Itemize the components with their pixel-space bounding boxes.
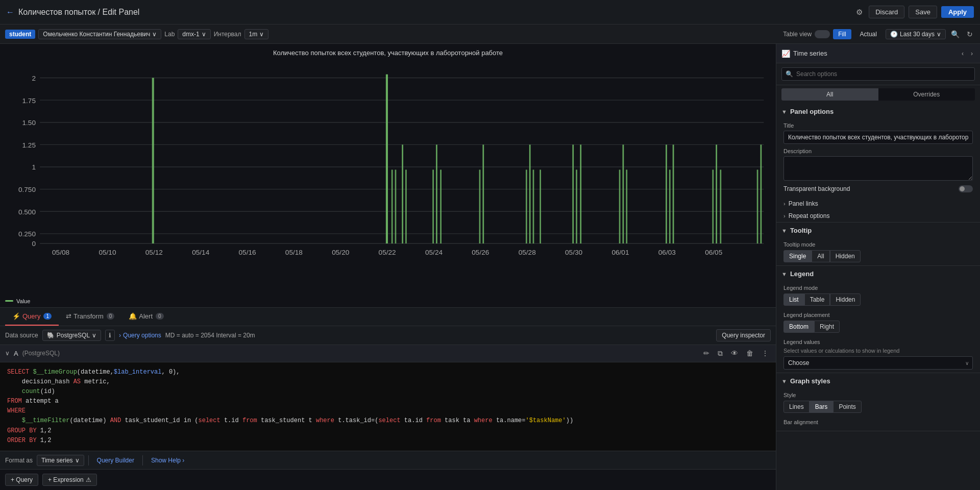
tooltip-hidden-button[interactable]: Hidden — [830, 250, 861, 262]
tooltip-header[interactable]: ▼ Tooltip — [776, 223, 980, 238]
tab-transform[interactable]: ⇄ Transform 0 — [59, 307, 121, 326]
panel-links-row[interactable]: › Panel links — [776, 198, 980, 210]
tooltip-mode-row: Tooltip mode Single All Hidden — [776, 238, 980, 265]
query-edit-button[interactable]: ✏ — [701, 348, 712, 358]
query-editor-subtitle: (PostgreSQL) — [22, 350, 60, 357]
legend-right-button[interactable]: Right — [814, 321, 840, 333]
apply-button[interactable]: Apply — [941, 6, 974, 18]
table-view-toggle[interactable]: Table view — [783, 30, 830, 38]
search-options-input[interactable] — [781, 67, 975, 81]
query-eye-button[interactable]: 👁 — [729, 348, 740, 358]
student-tag[interactable]: student — [5, 30, 35, 39]
legend-list-button[interactable]: List — [783, 293, 804, 306]
refresh-button[interactable]: ↻ — [965, 29, 975, 39]
back-button[interactable]: ← — [6, 8, 14, 17]
svg-rect-34 — [386, 75, 388, 243]
query-builder-button[interactable]: Query Builder — [93, 457, 138, 464]
interval-label: Интервал — [214, 31, 241, 38]
legend-label: Value — [16, 298, 30, 304]
add-expression-button[interactable]: + Expression ⚠ — [42, 474, 97, 486]
legend-table-button[interactable]: Table — [804, 293, 830, 306]
code-editor[interactable]: SELECT $__timeGroup(datetime,$lab_interv… — [0, 362, 776, 451]
query-menu-button[interactable]: ⋮ — [760, 348, 771, 358]
legend-placement-label: Legend placement — [783, 312, 973, 318]
svg-rect-46 — [533, 169, 534, 243]
options-tab-all[interactable]: All — [781, 88, 878, 101]
legend-title: Legend — [790, 270, 814, 278]
legend-values-select[interactable]: Choose — [783, 356, 973, 370]
graph-styles-header[interactable]: ▼ Graph styles — [776, 373, 980, 389]
query-delete-button[interactable]: 🗑 — [744, 348, 755, 358]
query-copy-button[interactable]: ⧉ — [716, 348, 725, 359]
repeat-options-label: Repeat options — [789, 212, 830, 219]
chart-title: Количество попыток всех студентов, участ… — [5, 49, 771, 57]
interval-chevron-icon: ∨ — [259, 31, 264, 38]
legend-bottom-button[interactable]: Bottom — [783, 321, 814, 333]
svg-text:05/10: 05/10 — [99, 249, 116, 256]
legend-section: ▼ Legend Legend mode List Table Hidden L… — [776, 266, 980, 373]
legend-hidden-button[interactable]: Hidden — [830, 293, 861, 306]
search-icon: 🔍 — [786, 70, 793, 78]
query-collapse-button[interactable]: ∨ — [5, 350, 10, 357]
tab-alert-icon: 🔔 — [129, 312, 137, 320]
format-select[interactable]: Time series ∨ — [37, 455, 84, 466]
zoom-out-button[interactable]: 🔍 — [949, 29, 962, 39]
fill-button[interactable]: Fill — [833, 29, 851, 39]
actual-button[interactable]: Actual — [854, 29, 883, 40]
table-view-switch[interactable] — [815, 30, 830, 38]
transparent-toggle[interactable] — [959, 185, 973, 192]
discard-button[interactable]: Discard — [869, 6, 904, 18]
tooltip-single-button[interactable]: Single — [783, 250, 812, 262]
add-query-button[interactable]: + Query — [5, 474, 38, 486]
user-select[interactable]: Омельченко Константин Геннадьевич ∨ — [38, 29, 161, 39]
svg-text:05/14: 05/14 — [192, 249, 210, 256]
legend-values-row: Legend values Select values or calculati… — [776, 336, 980, 373]
datasource-select[interactable]: 🐘 PostgreSQL ∨ — [42, 330, 101, 341]
panel-type-left-arrow[interactable]: ‹ — [960, 50, 966, 57]
repeat-options-icon: › — [783, 213, 786, 219]
style-bars-button[interactable]: Bars — [810, 401, 834, 413]
style-lines-button[interactable]: Lines — [783, 401, 810, 413]
gear-icon[interactable]: ⚙ — [856, 8, 863, 17]
options-tab-overrides[interactable]: Overrides — [878, 88, 975, 101]
show-help-button[interactable]: Show Help › — [147, 457, 188, 464]
tooltip-all-button[interactable]: All — [812, 250, 829, 262]
options-tabs: All Overrides — [781, 88, 975, 101]
tab-query-badge: 1 — [43, 313, 52, 320]
panel-type-right-arrow[interactable]: › — [969, 50, 975, 57]
tab-alert[interactable]: 🔔 Alert 0 — [121, 307, 170, 326]
panel-type-header: 📈 Time series ‹ › — [776, 44, 980, 63]
svg-rect-51 — [619, 169, 621, 243]
tab-query[interactable]: ⚡ Query 1 — [5, 307, 59, 326]
svg-text:05/12: 05/12 — [145, 249, 163, 256]
time-range-picker[interactable]: 🕐 Last 30 days ∨ — [886, 29, 946, 39]
description-field[interactable] — [783, 156, 973, 181]
panel-options-title: Panel options — [790, 108, 834, 115]
description-field-label: Description — [783, 148, 973, 154]
user-name: Омельченко Константин Геннадьевич — [43, 31, 150, 38]
panel-options-header[interactable]: ▼ Panel options — [776, 104, 980, 119]
svg-rect-33 — [152, 78, 154, 243]
header: ← Количестов попыток / Edit Panel ⚙ Disc… — [0, 0, 980, 24]
svg-text:05/20: 05/20 — [332, 249, 350, 256]
interval-select[interactable]: 1m ∨ — [244, 29, 269, 39]
style-points-button[interactable]: Points — [833, 401, 861, 413]
format-value: Time series — [41, 457, 73, 464]
legend-placement-group: Bottom Right — [783, 321, 973, 333]
legend-header[interactable]: ▼ Legend — [776, 266, 980, 282]
tooltip-collapse-icon: ▼ — [781, 228, 787, 234]
graph-styles-collapse-icon: ▼ — [781, 378, 787, 384]
title-field[interactable] — [783, 131, 973, 144]
svg-rect-55 — [669, 169, 671, 243]
datasource-info-button[interactable]: ℹ — [105, 330, 115, 341]
save-button[interactable]: Save — [909, 6, 937, 18]
format-separator — [88, 455, 89, 465]
query-options-link[interactable]: › Query options — [119, 332, 161, 339]
repeat-options-row[interactable]: › Repeat options — [776, 210, 980, 222]
add-bar: + Query + Expression ⚠ — [0, 469, 776, 490]
svg-rect-57 — [712, 169, 714, 243]
show-help-chevron-icon: › — [182, 457, 184, 464]
svg-rect-45 — [529, 144, 531, 243]
query-inspector-button[interactable]: Query inspector — [716, 329, 771, 341]
dmx-select[interactable]: dmx-1 ∨ — [178, 29, 210, 39]
